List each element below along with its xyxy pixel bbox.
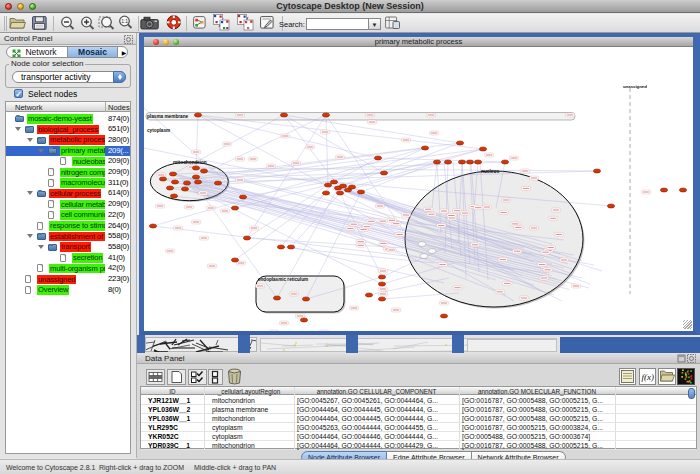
svg-text:f(x): f(x): [642, 372, 655, 382]
svg-text:1:1: 1:1: [121, 18, 128, 24]
